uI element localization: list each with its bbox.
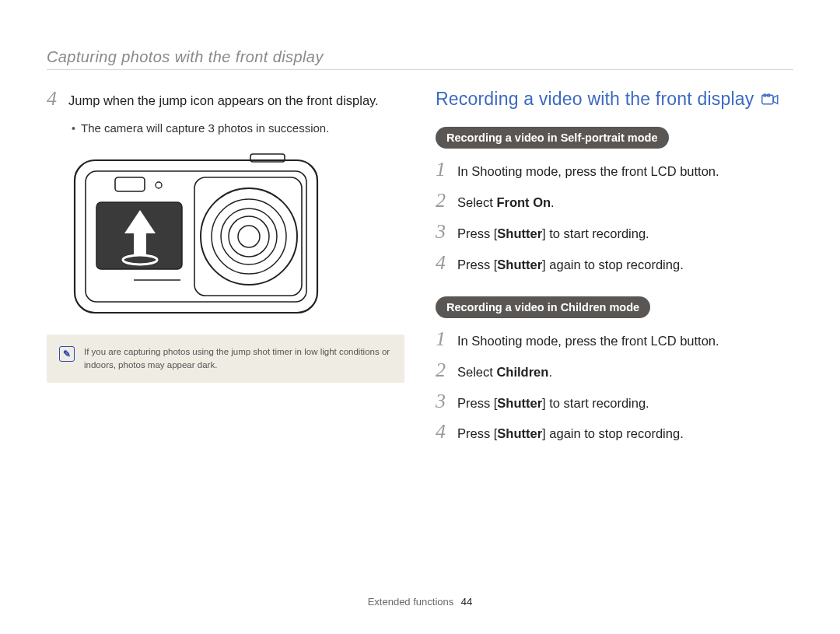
step-number: 3	[436, 391, 457, 412]
step-number: 2	[436, 360, 457, 380]
section-title: Recording a video with the front display	[436, 89, 793, 110]
step-item: 4 Press [Shutter] again to stop recordin…	[436, 253, 793, 275]
step-item: 2 Select Front On.	[436, 191, 793, 212]
left-column: 4 Jump when the jump icon appears on the…	[47, 89, 404, 453]
step-number: 3	[436, 222, 457, 242]
note-box: ✎ If you are capturing photos using the …	[47, 335, 404, 382]
step-text: In Shooting mode, press the front LCD bu…	[457, 159, 719, 181]
step-number: 1	[436, 159, 457, 180]
right-column: Recording a video with the front display…	[436, 89, 793, 453]
step-number: 4	[436, 422, 457, 442]
mode-pill: Recording a video in Children mode	[436, 296, 650, 318]
step-text: Press [Shutter] to start recording.	[457, 391, 649, 413]
step-item: 3 Press [Shutter] to start recording.	[436, 222, 793, 243]
manual-page: Capturing photos with the front display …	[0, 0, 840, 634]
step-item: 1 In Shooting mode, press the front LCD …	[436, 329, 793, 351]
footer-label: Extended functions	[368, 596, 454, 608]
step-number: 4	[436, 253, 457, 273]
step-text: Press [Shutter] again to stop recording.	[457, 253, 684, 275]
step-number: 1	[436, 329, 457, 349]
step-text: Press [Shutter] to start recording.	[457, 222, 649, 243]
video-mode-icon	[761, 93, 779, 106]
page-footer: Extended functions 44	[0, 596, 840, 608]
step-number: 4	[47, 89, 68, 109]
step-text: Select Children.	[457, 360, 552, 382]
bullet-text: The camera will capture 3 photos in succ…	[81, 120, 329, 138]
note-icon: ✎	[59, 346, 75, 362]
mode-pill: Recording a video in Self-portrait mode	[436, 127, 669, 149]
note-text: If you are capturing photos using the ju…	[84, 345, 392, 371]
camera-illustration	[72, 151, 320, 316]
columns: 4 Jump when the jump icon appears on the…	[47, 89, 793, 453]
bullet-item: • The camera will capture 3 photos in su…	[72, 120, 404, 138]
step-text: Select Front On.	[457, 191, 555, 212]
step-item: 1 In Shooting mode, press the front LCD …	[436, 159, 793, 181]
page-header: Capturing photos with the front display	[47, 48, 793, 70]
camera-figure	[72, 151, 404, 319]
step-item: 4 Jump when the jump icon appears on the…	[47, 89, 404, 110]
step-item: 4 Press [Shutter] again to stop recordin…	[436, 422, 793, 443]
step-text: Press [Shutter] again to stop recording.	[457, 422, 684, 443]
step-item: 2 Select Children.	[436, 360, 793, 382]
section-title-text: Recording a video with the front display	[436, 89, 754, 110]
step-item: 3 Press [Shutter] to start recording.	[436, 391, 793, 413]
step-number: 2	[436, 191, 457, 211]
svg-marker-16	[774, 95, 778, 103]
page-number: 44	[461, 596, 472, 608]
bullet-dot-icon: •	[72, 120, 81, 138]
step-text: Jump when the jump icon appears on the f…	[68, 89, 379, 110]
step-text: In Shooting mode, press the front LCD bu…	[457, 329, 719, 351]
